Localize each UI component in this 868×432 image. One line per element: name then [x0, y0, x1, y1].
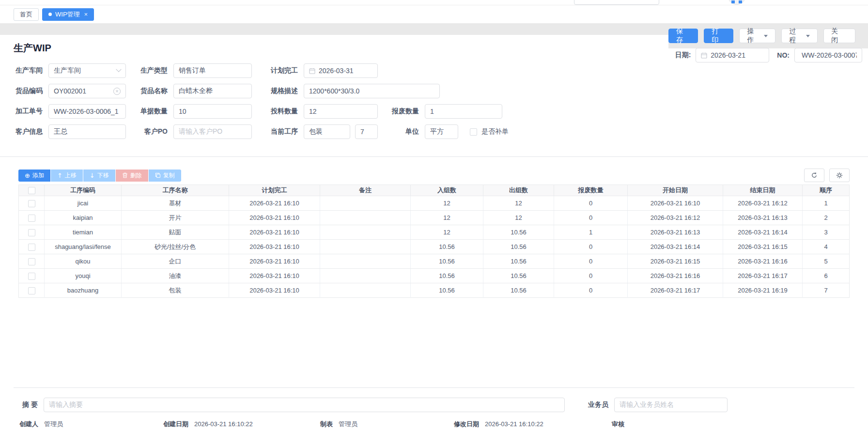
tab-wip[interactable]: WIP管理 ×: [42, 8, 94, 21]
table-cell: 7: [803, 283, 850, 298]
table-cell: 2026-03-21 16:12: [628, 211, 723, 225]
supplement-checkbox-field: 是否补单: [470, 127, 509, 136]
customer-info-input[interactable]: 王总: [48, 124, 126, 139]
table-cell: jicai: [45, 196, 122, 211]
summary-input[interactable]: 请输入摘要: [44, 398, 565, 412]
settings-button[interactable]: [829, 169, 850, 182]
refresh-button[interactable]: [804, 169, 824, 182]
production-type-input[interactable]: 销售订单: [173, 63, 252, 78]
modify-date-item: 修改日期2026-03-21 16:10:22: [454, 420, 543, 429]
workshop-select[interactable]: 生产车间: [48, 63, 126, 78]
work-order-label: 加工单号: [14, 107, 48, 116]
global-search-input[interactable]: [574, 0, 659, 5]
table-cell: 3: [803, 225, 850, 240]
tab-home[interactable]: 首页: [14, 8, 39, 21]
table-cell: 2026-03-21 16:13: [628, 225, 723, 240]
row-checkbox[interactable]: [28, 287, 35, 294]
table-cell: tiemian: [45, 225, 122, 240]
clear-icon[interactable]: ×: [113, 88, 121, 95]
date-input[interactable]: 2026-03-21: [696, 48, 769, 62]
table-cell: 企口: [122, 254, 229, 269]
table-cell: 10.56: [411, 240, 483, 254]
calendar-icon: [701, 52, 707, 59]
close-button[interactable]: 关 闭: [823, 29, 855, 43]
save-button[interactable]: 保存: [668, 29, 698, 43]
header-form: 生产车间 生产车间 生产类型 销售订单 计划完工 2026-03-31 货品编码…: [0, 63, 868, 139]
no-label: NO:: [777, 51, 790, 59]
salesman-input[interactable]: 请输入业务员姓名: [614, 398, 728, 412]
current-process-input[interactable]: 包装: [304, 124, 350, 139]
row-checkbox[interactable]: [28, 229, 35, 236]
close-tab-icon[interactable]: ×: [84, 11, 88, 17]
table-cell: [320, 283, 411, 298]
action-dropdown-button[interactable]: 操作: [739, 29, 775, 43]
table-cell: 2026-03-21 16:10: [229, 196, 320, 211]
work-order-input[interactable]: WW-2026-03-0006_1: [48, 104, 126, 119]
doc-qty-input[interactable]: 10: [173, 104, 252, 119]
item-name-input[interactable]: 白蜡木全桦: [173, 84, 252, 98]
customer-po-input[interactable]: 请输入客户PO: [173, 124, 252, 139]
table-cell: 6: [803, 269, 850, 283]
active-dot-icon: [48, 13, 52, 16]
row-checkbox[interactable]: [28, 244, 35, 251]
add-row-button[interactable]: ⊕添加: [18, 170, 50, 182]
table-cell: 2026-03-21 16:12: [723, 196, 803, 211]
feed-qty-input[interactable]: 12: [304, 104, 378, 119]
plan-finish-date-input[interactable]: 2026-03-31: [304, 63, 378, 78]
table-cell: 油漆: [122, 269, 229, 283]
table-cell: 2026-03-21 16:16: [628, 269, 723, 283]
no-input[interactable]: WW-2026-03-0007: [794, 48, 862, 62]
doc-number-row: 日期: 2026-03-21 NO: WW-2026-03-0007: [675, 48, 862, 62]
table-cell: [320, 211, 411, 225]
table-row: qikou企口2026-03-21 16:1010.5610.5602026-0…: [19, 254, 850, 269]
table-cell: 2026-03-21 16:13: [723, 211, 803, 225]
section-divider: [0, 156, 868, 157]
item-name-label: 货品名称: [126, 87, 173, 95]
customer-info-label: 客户信息: [14, 127, 48, 136]
table-cell: shaguang/lasi/fense: [45, 240, 122, 254]
table-cell: 2026-03-21 16:14: [628, 240, 723, 254]
column-header: 报废数量: [554, 185, 628, 196]
select-all-checkbox[interactable]: [28, 187, 35, 194]
table-cell: 2: [803, 211, 850, 225]
table-cell: 5: [803, 254, 850, 269]
table-cell: 砂光/拉丝/分色: [122, 240, 229, 254]
row-checkbox[interactable]: [28, 200, 35, 207]
row-checkbox[interactable]: [28, 258, 35, 265]
spec-input[interactable]: 1200*600*30/3.0: [304, 84, 440, 98]
column-header: 出组数: [483, 185, 554, 196]
copy-row-button[interactable]: 复制: [149, 170, 181, 182]
scrap-qty-input[interactable]: 1: [425, 104, 502, 119]
calendar-icon: [309, 68, 315, 74]
table-cell: [320, 254, 411, 269]
table-cell: 0: [554, 240, 628, 254]
supplement-checkbox[interactable]: [470, 128, 477, 136]
user-avatar[interactable]: [728, 0, 746, 5]
item-code-input[interactable]: OY002001×: [48, 84, 126, 98]
plan-finish-label: 计划完工: [252, 66, 304, 75]
avatar-icon: [731, 0, 735, 3]
table-cell: qikou: [45, 254, 122, 269]
delete-row-button[interactable]: 删除: [116, 170, 148, 182]
table-cell: 10.56: [483, 254, 554, 269]
process-dropdown-button[interactable]: 过程: [781, 29, 818, 43]
grid-toolbar: ⊕添加 ↑上移 ↓下移 删除 复制: [0, 169, 868, 182]
workshop-label: 生产车间: [14, 66, 48, 75]
table-cell: 贴面: [122, 225, 229, 240]
table-cell: kaipian: [45, 211, 122, 225]
unit-input[interactable]: 平方: [425, 124, 458, 139]
current-process-seq-input[interactable]: 7: [355, 124, 378, 139]
process-table-body: jicai基材2026-03-21 16:10121202026-03-21 1…: [19, 196, 850, 298]
customer-po-label: 客户PO: [126, 127, 173, 136]
print-button[interactable]: 打印: [704, 29, 733, 43]
move-down-button[interactable]: ↓下移: [83, 170, 115, 182]
row-checkbox[interactable]: [28, 215, 35, 222]
salesman-label: 业务员: [588, 401, 608, 409]
move-up-button[interactable]: ↑上移: [51, 170, 83, 182]
table-cell: 2026-03-21 16:19: [723, 283, 803, 298]
table-cell: 2026-03-21 16:10: [229, 240, 320, 254]
form-row-3: 加工单号 WW-2026-03-0006_1 单据数量 10 投料数量 12 报…: [0, 104, 868, 119]
table-cell: 1: [803, 196, 850, 211]
scrap-qty-label: 报废数量: [378, 107, 425, 116]
row-checkbox[interactable]: [28, 273, 35, 280]
